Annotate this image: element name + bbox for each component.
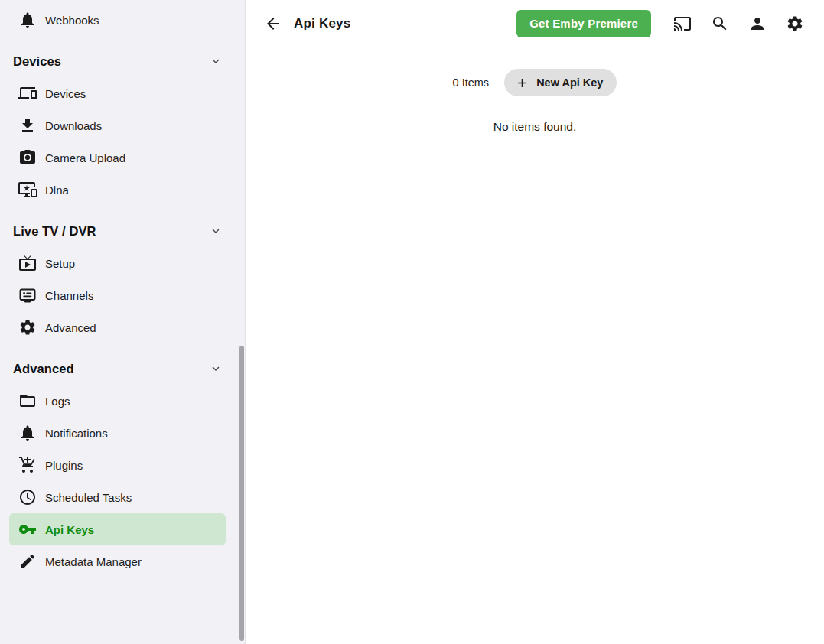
top-header: Api Keys Get Emby Premiere	[246, 0, 824, 47]
sidebar-scrollbar-thumb[interactable]	[239, 346, 244, 641]
chevron-down-icon[interactable]	[209, 54, 223, 68]
sidebar-item-label: Api Keys	[45, 523, 94, 536]
camera-icon	[18, 148, 37, 167]
devices-icon	[18, 84, 37, 102]
item-highlight	[9, 279, 226, 311]
new-api-key-button-label: New Api Key	[536, 76, 603, 89]
download-icon	[18, 116, 37, 135]
header-actions: Get Emby Premiere	[516, 10, 804, 37]
item-highlight	[9, 247, 226, 279]
sidebar-item-label: Notifications	[45, 427, 108, 440]
sidebar-item-label: Dlna	[45, 184, 69, 197]
cart-plus-icon	[18, 456, 37, 474]
sidebar-item-label: Logs	[45, 395, 70, 408]
sidebar-item-metadata-manager[interactable]: Metadata Manager	[0, 545, 245, 577]
section-header-label: Live TV / DVR	[13, 224, 96, 239]
sidebar-item-label: Webhooks	[45, 14, 99, 27]
bell-icon	[18, 11, 37, 29]
sidebar-section-header-advanced[interactable]: Advanced	[0, 353, 245, 385]
item-highlight	[9, 174, 226, 206]
search-icon[interactable]	[711, 15, 729, 33]
sidebar-item-label: Downloads	[45, 119, 102, 132]
sidebar-item-label: Setup	[45, 257, 75, 270]
settings-gear-icon[interactable]	[786, 15, 804, 33]
live-tv-icon	[18, 254, 37, 272]
item-highlight	[9, 513, 226, 545]
chevron-down-icon[interactable]	[209, 362, 223, 376]
section-header-label: Advanced	[13, 362, 74, 376]
channel-list-icon	[18, 286, 37, 304]
sidebar-item-scheduled-tasks[interactable]: Scheduled Tasks	[0, 481, 245, 513]
item-highlight	[9, 77, 226, 109]
item-highlight	[9, 4, 226, 36]
section-header-label: Devices	[13, 54, 61, 69]
cast-icon[interactable]	[673, 15, 692, 33]
sidebar-item-label: Camera Upload	[45, 151, 125, 164]
sidebar-section-header-devices[interactable]: Devices	[0, 45, 245, 77]
plus-icon	[515, 76, 529, 90]
important-devices-icon	[18, 181, 37, 199]
sidebar-item-dlna[interactable]: Dlna	[0, 174, 245, 206]
sidebar-item-label: Advanced	[45, 321, 96, 334]
key-icon	[18, 520, 37, 538]
sidebar-item-label: Metadata Manager	[45, 555, 142, 568]
sidebar-item-label: Scheduled Tasks	[45, 491, 132, 504]
list-toolbar: 0 Items New Api Key	[246, 69, 824, 96]
sidebar-section-header-live-tv-dvr[interactable]: Live TV / DVR	[0, 215, 245, 247]
clock-icon	[18, 488, 37, 506]
chevron-down-icon[interactable]	[209, 224, 223, 238]
sidebar-item-label: Plugins	[45, 459, 83, 472]
sidebar-item-webhooks[interactable]: Webhooks	[0, 4, 245, 36]
content-area: 0 Items New Api Key No items found.	[246, 47, 824, 644]
sidebar-item-label: Channels	[45, 289, 93, 302]
item-highlight	[9, 417, 226, 449]
folder-icon	[18, 392, 37, 410]
item-highlight	[9, 385, 226, 417]
get-emby-premiere-button[interactable]: Get Emby Premiere	[516, 10, 651, 37]
sidebar-item-camera-upload[interactable]: Camera Upload	[0, 141, 245, 174]
sidebar-item-setup[interactable]: Setup	[0, 247, 245, 279]
gear-icon	[18, 318, 37, 337]
sidebar-item-logs[interactable]: Logs	[0, 385, 245, 417]
app-window: WebhooksDevicesDevicesDownloadsCamera Up…	[0, 0, 824, 644]
pencil-icon	[18, 552, 37, 571]
sidebar-item-notifications[interactable]: Notifications	[0, 417, 245, 449]
sidebar-item-channels[interactable]: Channels	[0, 279, 245, 311]
sidebar-item-devices[interactable]: Devices	[0, 77, 245, 109]
bell-icon	[18, 424, 37, 442]
sidebar: WebhooksDevicesDevicesDownloadsCamera Up…	[0, 0, 246, 644]
main-area: Api Keys Get Emby Premiere 0 Items New A…	[246, 0, 824, 644]
sidebar-item-plugins[interactable]: Plugins	[0, 449, 245, 481]
items-count: 0 Items	[453, 76, 490, 89]
back-arrow-icon[interactable]	[264, 15, 282, 33]
sidebar-item-label: Devices	[45, 87, 86, 100]
sidebar-item-advanced[interactable]: Advanced	[0, 311, 245, 343]
sidebar-item-api-keys[interactable]: Api Keys	[0, 513, 245, 545]
user-icon[interactable]	[748, 15, 767, 33]
page-title: Api Keys	[294, 16, 350, 31]
sidebar-item-downloads[interactable]: Downloads	[0, 109, 245, 141]
empty-state-message: No items found.	[246, 120, 824, 134]
item-highlight	[9, 449, 226, 481]
item-highlight	[9, 311, 226, 343]
item-highlight	[9, 109, 226, 141]
new-api-key-button[interactable]: New Api Key	[504, 69, 617, 96]
